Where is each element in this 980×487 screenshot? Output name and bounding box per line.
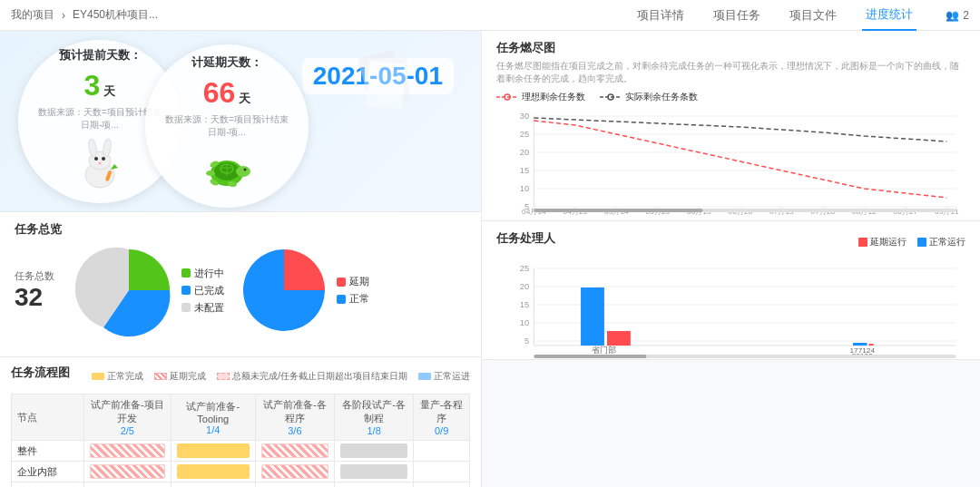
burndown-desc: 任务燃尽图能指在项目完成之前，对剩余待完成任务的一种可视化表示，理想情况下，此图…	[496, 60, 965, 85]
handler-section: 任务处理人 延期运行 正常运行	[482, 221, 980, 360]
gantt-cell-3-4	[335, 482, 414, 488]
svg-text:15: 15	[520, 166, 529, 175]
svg-point-14	[236, 166, 250, 177]
gantt-cell-3-1	[84, 482, 172, 488]
gantt-row-internal: 企业内部	[12, 462, 470, 482]
svg-text:30: 30	[520, 112, 529, 121]
turtle-icon	[200, 146, 254, 199]
tab-project-file[interactable]: 项目文件	[786, 0, 840, 31]
gantt-col-2: 试产前准备-Tooling1/4	[171, 394, 255, 441]
gantt-cell-3-3	[255, 482, 334, 488]
gantt-row-whole: 整件	[12, 441, 470, 462]
gantt-col-5: 量产-各程序0/9	[414, 394, 470, 441]
delay-unit: 天	[239, 91, 250, 107]
svg-text:20: 20	[520, 148, 529, 157]
tab-progress-stats[interactable]: 进度统计	[862, 0, 916, 31]
gantt-cell-3-2	[171, 482, 255, 488]
pie-svg-2	[239, 245, 329, 336]
delay-days: 66	[203, 76, 236, 110]
gantt-row-suzhou: 苏州大可机械有限公司	[12, 482, 470, 488]
breadcrumb: 我的项目 › EY450机种项目...	[11, 7, 158, 23]
svg-point-15	[244, 168, 247, 170]
gantt-col-1: 试产前准备-项目开发2/5	[84, 394, 172, 441]
gantt-col-3: 试产前准备-各程序3/6	[255, 394, 334, 441]
main-content: 2021-05-01 预计提前天数： 3 天 数据来源：天数=项目预计结束日期-…	[0, 31, 980, 487]
gantt-cell-1-5	[414, 441, 470, 462]
burndown-legend-actual: 实际剩余任务条数	[625, 91, 698, 103]
delay-title: 计延期天数：	[191, 54, 262, 71]
gantt-row-label-internal: 企业内部	[12, 462, 84, 482]
nav-tabs: 项目详情 项目任务 项目文件 进度统计	[633, 0, 916, 31]
early-source: 数据来源：天数=项目预计结束日期-项...	[36, 106, 163, 131]
handler-chart: 25 20 15 10 5 省门部	[496, 259, 965, 359]
early-days: 3	[84, 69, 101, 102]
svg-text:10: 10	[520, 184, 529, 193]
svg-text:10: 10	[520, 318, 529, 327]
svg-rect-69	[868, 344, 873, 346]
pie-chart-2: 延期 正常	[239, 245, 369, 336]
svg-point-5	[102, 157, 105, 161]
gantt-cell-2-2	[171, 462, 255, 482]
pie-svg-1	[83, 245, 174, 336]
right-panel: 任务燃尽图 任务燃尽图能指在项目完成之前，对剩余待完成任务的一种可视化表示，理想…	[481, 31, 980, 487]
early-unit: 天	[103, 83, 115, 100]
task-overview-section: 任务总览 任务总数 32	[0, 212, 481, 357]
svg-rect-52	[534, 209, 702, 212]
early-title: 预计提前天数：	[59, 47, 142, 63]
tab-project-detail[interactable]: 项目详情	[633, 0, 688, 31]
task-overview-title: 任务总览	[15, 221, 466, 238]
burndown-legend: 理想剩余任务数 实际剩余任务条数	[496, 91, 965, 103]
svg-point-4	[94, 157, 98, 161]
gantt-row-label-suzhou: 苏州大可机械有限公司	[12, 482, 84, 488]
pie-legend-1: 进行中 已完成 未配置	[181, 267, 224, 315]
task-count-number: 32	[15, 283, 43, 312]
svg-point-19	[206, 170, 215, 176]
handler-title: 任务处理人	[496, 230, 555, 247]
svg-text:省门部: 省门部	[592, 346, 616, 355]
task-count-label: 任务总数	[15, 269, 54, 283]
gantt-row-label-whole: 整件	[12, 441, 84, 462]
left-panel: 2021-05-01 预计提前天数： 3 天 数据来源：天数=项目预计结束日期-…	[0, 31, 481, 487]
gantt-col-4: 各阶段试产-各制程1/8	[335, 394, 414, 441]
burndown-section: 任务燃尽图 任务燃尽图能指在项目完成之前，对剩余待完成任务的一种可视化表示，理想…	[482, 31, 980, 221]
info-area: 2021-05-01 预计提前天数： 3 天 数据来源：天数=项目预计结束日期-…	[0, 31, 481, 212]
gantt-col-node: 节点	[12, 394, 84, 441]
gantt-cell-2-1	[84, 462, 172, 482]
breadcrumb-project[interactable]: EY450机种项目...	[73, 7, 158, 23]
handler-legend: 延期运行 正常运行	[858, 236, 965, 248]
task-count-area: 任务总数 32	[15, 269, 69, 312]
breadcrumb-home[interactable]: 我的项目	[11, 7, 54, 23]
svg-point-6	[99, 162, 102, 165]
gantt-cell-2-4	[335, 462, 414, 482]
svg-point-3	[102, 138, 112, 157]
svg-marker-8	[111, 164, 118, 170]
gantt-section: 任务流程图 正常完成 延期完成 总额未完成/任务截止日期超出项目结束日期 正常运…	[0, 357, 481, 487]
gantt-cell-1-2	[171, 441, 255, 462]
pie-legend-2: 延期 正常	[337, 275, 369, 306]
pie-chart-1: 进行中 已完成 未配置	[83, 245, 224, 336]
tab-project-task[interactable]: 项目任务	[710, 0, 764, 31]
decoration-papers	[354, 49, 426, 124]
svg-text:20: 20	[520, 282, 529, 291]
user-count: 2	[963, 9, 969, 22]
svg-text:5: 5	[524, 336, 529, 346]
burndown-chart: 30 25 20 15 10 5 04月14 04月29 05月14 05月29…	[496, 107, 965, 225]
delay-source: 数据来源：天数=项目预计结束日期-项...	[163, 113, 290, 139]
user-area: 👥 2	[946, 9, 969, 22]
gantt-cell-2-3	[255, 462, 334, 482]
svg-point-2	[87, 138, 97, 157]
bunny-icon	[73, 139, 127, 196]
gantt-cell-1-4	[335, 441, 414, 462]
svg-rect-65	[581, 287, 604, 346]
user-icon: 👥	[946, 9, 959, 22]
gantt-cell-3-5	[414, 482, 470, 488]
svg-text:15: 15	[520, 300, 529, 309]
svg-rect-68	[853, 343, 867, 346]
gantt-legend: 正常完成 延期完成 总额未完成/任务截止日期超出项目结束日期 正常运进	[92, 370, 470, 383]
gantt-header: 任务流程图 正常完成 延期完成 总额未完成/任务截止日期超出项目结束日期 正常运…	[11, 365, 470, 388]
delay-card: 计延期天数： 66 天 数据来源：天数=项目预计结束日期-项...	[145, 44, 309, 208]
burndown-title: 任务燃尽图	[496, 40, 965, 56]
svg-rect-66	[607, 331, 631, 346]
gantt-title: 任务流程图	[11, 365, 70, 381]
gantt-cell-2-5	[414, 462, 470, 482]
